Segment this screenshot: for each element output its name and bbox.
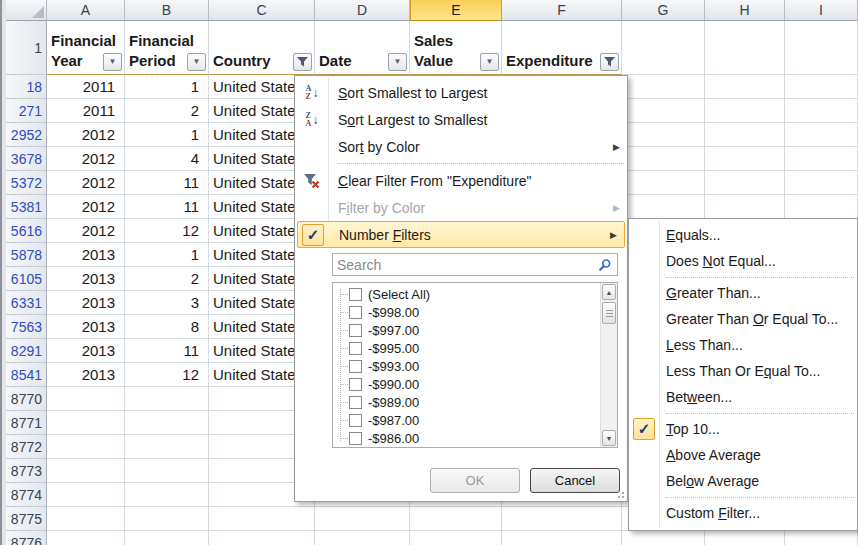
cell-a-7563[interactable]: 2013 (47, 315, 125, 339)
cell-a-5381[interactable]: 2012 (47, 195, 125, 219)
select-all-corner[interactable] (6, 0, 47, 21)
column-header-g[interactable]: G (622, 0, 705, 21)
cell-i-8776[interactable] (785, 531, 858, 545)
cell-a-8770[interactable] (47, 387, 125, 411)
cell-h-5372[interactable] (705, 171, 785, 195)
checkbox-unchecked-icon[interactable] (349, 342, 362, 355)
cell-f-8776[interactable] (502, 531, 622, 545)
row-header-7563[interactable]: 7563 (6, 315, 47, 339)
row-header-8772[interactable]: 8772 (6, 435, 47, 459)
filter-button-a[interactable]: ▼ (103, 53, 122, 71)
filter-button-b[interactable]: ▼ (187, 53, 206, 71)
cell-g-5381[interactable] (622, 195, 705, 219)
cell-b-8776[interactable] (125, 531, 209, 545)
cell-b-18[interactable]: 1 (125, 75, 209, 99)
checkbox-unchecked-icon[interactable] (349, 324, 362, 337)
header-cell-a[interactable]: Financial Year▼ (47, 21, 125, 75)
row-header-8770[interactable]: 8770 (6, 387, 47, 411)
cell-c-8775[interactable] (209, 507, 315, 531)
submenu-item-between[interactable]: Between... (629, 384, 857, 410)
cell-h-5381[interactable] (705, 195, 785, 219)
cell-b-5878[interactable]: 1 (125, 243, 209, 267)
list-scrollbar[interactable]: ▲ ▼ (600, 283, 617, 447)
menu-item-number-filters[interactable]: ✓Number Filters▶ (297, 221, 625, 248)
cell-d-8776[interactable] (315, 531, 410, 545)
header-cell-i[interactable] (785, 21, 858, 75)
column-header-c[interactable]: C (209, 0, 315, 21)
checkbox-unchecked-icon[interactable] (349, 396, 362, 409)
resize-grip[interactable] (614, 488, 624, 498)
list-item-987-00[interactable]: -$987.00 (333, 411, 600, 429)
cell-g-8776[interactable] (622, 531, 705, 545)
row-header-8541[interactable]: 8541 (6, 363, 47, 387)
scroll-thumb[interactable] (602, 302, 616, 324)
cell-b-8774[interactable] (125, 483, 209, 507)
cell-a-3678[interactable]: 2012 (47, 147, 125, 171)
checkbox-unchecked-icon[interactable] (349, 432, 362, 445)
cell-g-2952[interactable] (622, 123, 705, 147)
filter-button-d[interactable]: ▼ (388, 53, 407, 71)
cell-i-18[interactable] (785, 75, 858, 99)
cell-a-5878[interactable]: 2013 (47, 243, 125, 267)
row-header-8775[interactable]: 8775 (6, 507, 47, 531)
cell-i-5381[interactable] (785, 195, 858, 219)
list-item-986-00[interactable]: -$986.00 (333, 429, 600, 447)
cell-g-5372[interactable] (622, 171, 705, 195)
cell-h-271[interactable] (705, 99, 785, 123)
row-header-6105[interactable]: 6105 (6, 267, 47, 291)
submenu-item-less-than-or-equal-to[interactable]: Less Than Or Equal To... (629, 358, 857, 384)
cell-h-18[interactable] (705, 75, 785, 99)
cell-b-6105[interactable]: 2 (125, 267, 209, 291)
checkbox-unchecked-icon[interactable] (349, 414, 362, 427)
checkbox-unchecked-icon[interactable] (349, 360, 362, 373)
submenu-item-less-than[interactable]: Less Than... (629, 332, 857, 358)
cell-b-8772[interactable] (125, 435, 209, 459)
row-header-5616[interactable]: 5616 (6, 219, 47, 243)
cell-b-5616[interactable]: 12 (125, 219, 209, 243)
cell-a-8776[interactable] (47, 531, 125, 545)
cell-a-8771[interactable] (47, 411, 125, 435)
header-cell-f[interactable]: Expenditure (502, 21, 622, 75)
column-header-a[interactable]: A (47, 0, 125, 21)
checkbox-unchecked-icon[interactable] (349, 288, 362, 301)
cell-a-6105[interactable]: 2013 (47, 267, 125, 291)
menu-item-sort-by-color[interactable]: Sort by Color▶ (295, 133, 627, 160)
menu-item-sort-largest-to-smallest[interactable]: ZA↓Sort Largest to Smallest (295, 106, 627, 133)
checkbox-unchecked-icon[interactable] (349, 378, 362, 391)
header-cell-h[interactable] (705, 21, 785, 75)
checkbox-unchecked-icon[interactable] (349, 306, 362, 319)
cell-a-2952[interactable]: 2012 (47, 123, 125, 147)
submenu-item-greater-than[interactable]: Greater Than... (629, 280, 857, 306)
header-cell-e[interactable]: Sales Value▼ (410, 21, 502, 75)
cell-b-7563[interactable]: 8 (125, 315, 209, 339)
cell-a-8541[interactable]: 2013 (47, 363, 125, 387)
cell-c-8776[interactable] (209, 531, 315, 545)
cell-a-8774[interactable] (47, 483, 125, 507)
list-item-998-00[interactable]: -$998.00 (333, 303, 600, 321)
submenu-item-equals[interactable]: Equals... (629, 222, 857, 248)
list-item-989-00[interactable]: -$989.00 (333, 393, 600, 411)
cell-b-271[interactable]: 2 (125, 99, 209, 123)
cell-h-8776[interactable] (705, 531, 785, 545)
cell-b-5372[interactable]: 11 (125, 171, 209, 195)
cell-h-3678[interactable] (705, 147, 785, 171)
list-item-990-00[interactable]: -$990.00 (333, 375, 600, 393)
search-input[interactable] (333, 257, 598, 273)
menu-item-sort-smallest-to-largest[interactable]: AZ↓Sort Smallest to Largest (295, 79, 627, 106)
list-item-995-00[interactable]: -$995.00 (333, 339, 600, 357)
filter-button-e[interactable]: ▼ (480, 53, 499, 71)
cell-a-8775[interactable] (47, 507, 125, 531)
cell-a-5616[interactable]: 2012 (47, 219, 125, 243)
cell-b-8770[interactable] (125, 387, 209, 411)
cell-b-8541[interactable]: 12 (125, 363, 209, 387)
submenu-item-below-average[interactable]: Below Average (629, 468, 857, 494)
cell-a-18[interactable]: 2011 (47, 75, 125, 99)
cell-g-271[interactable] (622, 99, 705, 123)
cell-i-3678[interactable] (785, 147, 858, 171)
row-header-3678[interactable]: 3678 (6, 147, 47, 171)
cell-i-271[interactable] (785, 99, 858, 123)
cell-b-8771[interactable] (125, 411, 209, 435)
cell-e-8775[interactable] (410, 507, 502, 531)
cell-b-8775[interactable] (125, 507, 209, 531)
cell-i-2952[interactable] (785, 123, 858, 147)
